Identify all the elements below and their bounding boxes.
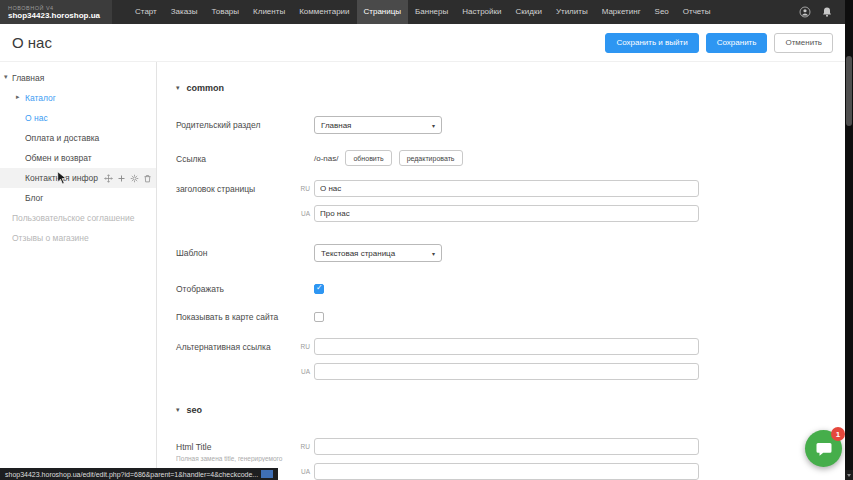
sitemap-label: Показывать в карте сайта (176, 312, 298, 322)
vertical-scrollbar[interactable] (845, 0, 853, 480)
form-row-template: Шаблон Текстовая страница ▾ (176, 244, 845, 262)
caret-right-icon[interactable]: ▸ (16, 93, 20, 101)
alt-link-ua-input[interactable] (314, 363, 699, 380)
trash-icon[interactable] (143, 174, 152, 183)
sidebar-item-oplata-dostavka[interactable]: Оплата и доставка (0, 128, 156, 148)
status-highlight-box (261, 470, 273, 478)
logo-domain-label: shop34423.horoshop.ua (8, 11, 100, 20)
notifications-bell-icon[interactable] (821, 6, 833, 18)
form-row-display: Отображать (176, 284, 845, 294)
link-value: /o-nas/ (314, 150, 338, 163)
form-row-parent-section: Родительский раздел Главная ▾ (176, 116, 845, 134)
template-select[interactable]: Текстовая страница ▾ (314, 244, 442, 262)
nav-item-reports[interactable]: Отчеты (676, 0, 718, 24)
status-url: shop34423.horoshop.ua/edit/edit.php?id=6… (5, 471, 258, 478)
tree-item-label: Оплата и доставка (25, 133, 99, 143)
account-icon[interactable] (799, 6, 811, 18)
html-title-hint: Полная замена title, генерируемого (176, 455, 308, 462)
header-buttons: Сохранить и выйти Сохранить Отменить (605, 33, 845, 53)
caret-down-icon[interactable]: ▾ (4, 73, 8, 81)
display-label: Отображать (176, 284, 298, 294)
sidebar-item-otzyvy[interactable]: Отзывы о магазине (0, 228, 156, 248)
parent-section-label: Родительский раздел (176, 116, 298, 130)
nav-item-marketing[interactable]: Маркетинг (595, 0, 648, 24)
template-value: Текстовая страница (321, 249, 395, 258)
parent-section-select[interactable]: Главная ▾ (314, 116, 442, 134)
display-checkbox[interactable] (314, 284, 324, 294)
tree-item-label: Каталог (25, 93, 56, 103)
page-title: О нас (12, 34, 52, 51)
lang-ua-label: UA (298, 368, 310, 375)
form-row-link: Ссылка /o-nas/ обновить редактировать (176, 150, 845, 166)
nav-item-discounts[interactable]: Скидки (509, 0, 549, 24)
link-edit-button[interactable]: редактировать (399, 150, 463, 166)
form-row-sitemap: Показывать в карте сайта (176, 312, 845, 322)
chevron-down-icon: ▾ (432, 122, 435, 129)
section-common-header[interactable]: ▾ common (176, 82, 845, 94)
nav-item-banners[interactable]: Баннеры (408, 0, 455, 24)
lang-ru-label: RU (298, 443, 310, 450)
sidebar-item-obmen-vozvrat[interactable]: Обмен и возврат (0, 148, 156, 168)
nav-item-start[interactable]: Старт (128, 0, 164, 24)
tree-item-label: Контактная инфор (25, 173, 98, 183)
sidebar-item-katalog[interactable]: ▸ Каталог (0, 88, 156, 108)
lang-ru-label: RU (298, 185, 310, 192)
template-label: Шаблон (176, 244, 298, 258)
sitemap-checkbox[interactable] (314, 312, 324, 322)
page-title-field-label: заголовок страницы (176, 180, 298, 194)
nav-item-comments[interactable]: Комментарии (292, 0, 356, 24)
gear-icon[interactable] (130, 174, 139, 183)
nav-item-clients[interactable]: Клиенты (246, 0, 292, 24)
add-page-icon[interactable] (117, 174, 126, 183)
alt-link-ru-input[interactable] (314, 338, 699, 355)
nav-item-seo[interactable]: Seo (648, 0, 676, 24)
scrollbar-thumb[interactable] (846, 56, 852, 126)
sidebar-item-kontaktnaya-info[interactable]: Контактная инфор (0, 168, 156, 188)
page-edit-form: ▾ common Родительский раздел Главная ▾ С… (158, 62, 845, 480)
html-title-ru-input[interactable] (314, 438, 699, 455)
link-label: Ссылка (176, 150, 298, 164)
lang-ru-label: RU (298, 343, 310, 350)
html-title-fields: RU UA (298, 438, 699, 480)
html-title-ua-input[interactable] (314, 463, 699, 480)
nav-item-settings[interactable]: Настройки (455, 0, 508, 24)
alt-link-label: Альтернативная ссылка (176, 338, 298, 352)
link-refresh-button[interactable]: обновить (345, 150, 391, 166)
nav-item-utilities[interactable]: Утилиты (549, 0, 595, 24)
tree-item-label: Главная (12, 73, 44, 83)
topbar: НОВОВНОЙ V4 shop34423.horoshop.ua Старт … (0, 0, 845, 24)
form-row-alt-link: Альтернативная ссылка RU UA (176, 338, 845, 380)
chevron-down-icon: ▾ (432, 250, 435, 257)
tree-item-actions (104, 174, 152, 183)
move-icon[interactable] (104, 174, 113, 183)
tree-item-label: О нас (25, 113, 48, 123)
parent-section-value: Главная (321, 121, 351, 130)
form-row-page-title: заголовок страницы RU UA (176, 180, 845, 222)
chat-widget-button[interactable]: 1 (805, 430, 842, 467)
nav-item-pages[interactable]: Страницы (357, 0, 409, 24)
caret-down-icon: ▾ (176, 84, 180, 92)
lang-ua-label: UA (298, 210, 310, 217)
scrollbar-down-arrow-icon[interactable] (845, 470, 853, 480)
save-and-exit-button[interactable]: Сохранить и выйти (605, 33, 698, 53)
pages-tree-sidebar: ▾ Главная ▸ Каталог О нас Оплата и доста… (0, 62, 157, 480)
lang-ua-label: UA (298, 468, 310, 475)
cancel-button[interactable]: Отменить (774, 33, 833, 53)
sidebar-item-blog[interactable]: Блог (0, 188, 156, 208)
browser-status-bar: shop34423.horoshop.ua/edit/edit.php?id=6… (0, 468, 278, 480)
tree-item-label: Обмен и возврат (25, 153, 92, 163)
page-title-ua-input[interactable] (314, 205, 699, 222)
page-title-fields: RU UA (298, 180, 699, 222)
sidebar-item-o-nas[interactable]: О нас (0, 108, 156, 128)
sidebar-item-soglashenie[interactable]: Пользовательское соглашение (0, 208, 156, 228)
section-seo-header[interactable]: ▾ seo (176, 404, 845, 416)
alt-link-fields: RU UA (298, 338, 699, 380)
save-button[interactable]: Сохранить (706, 33, 768, 53)
logo[interactable]: НОВОВНОЙ V4 shop34423.horoshop.ua (0, 0, 112, 24)
sidebar-item-glavnaya[interactable]: ▾ Главная (0, 68, 156, 88)
page-title-ru-input[interactable] (314, 180, 699, 197)
nav-item-orders[interactable]: Заказы (164, 0, 205, 24)
chat-unread-badge: 1 (831, 427, 845, 441)
section-common-label: common (187, 83, 225, 93)
nav-item-products[interactable]: Товары (205, 0, 247, 24)
